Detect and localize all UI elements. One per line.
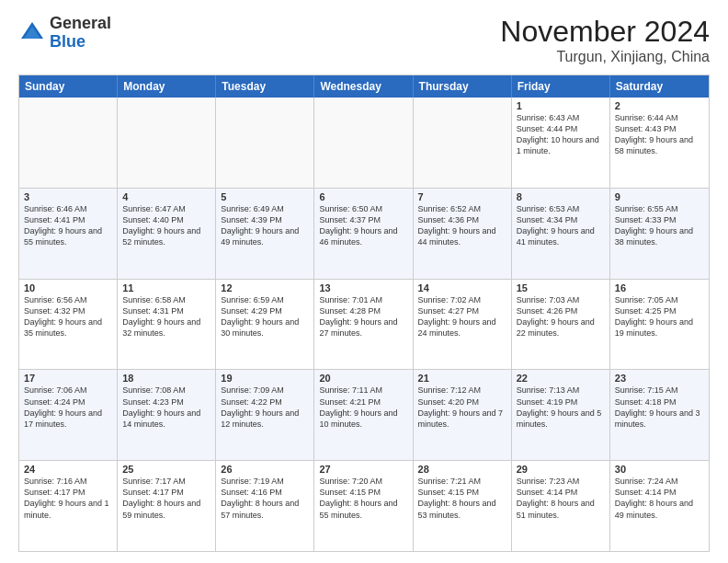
header-wednesday: Wednesday [314,75,413,98]
cal-cell-3-6: 23Sunrise: 7:15 AM Sunset: 4:18 PM Dayli… [610,370,709,460]
cell-info-1-2: Sunrise: 6:49 AM Sunset: 4:39 PM Dayligh… [221,203,309,248]
day-num-3-0: 17 [24,373,112,384]
day-num-1-0: 3 [24,191,112,202]
cal-cell-2-5: 15Sunrise: 7:03 AM Sunset: 4:26 PM Dayli… [512,280,610,370]
cal-row-0: 1Sunrise: 6:43 AM Sunset: 4:44 PM Daylig… [19,98,709,188]
day-num-2-3: 13 [319,282,407,293]
cell-info-4-5: Sunrise: 7:23 AM Sunset: 4:14 PM Dayligh… [517,476,605,521]
cal-cell-0-4 [414,98,512,188]
cell-info-1-5: Sunrise: 6:53 AM Sunset: 4:34 PM Dayligh… [517,203,605,248]
cal-cell-0-5: 1Sunrise: 6:43 AM Sunset: 4:44 PM Daylig… [512,98,610,188]
cell-info-1-1: Sunrise: 6:47 AM Sunset: 4:40 PM Dayligh… [122,203,210,248]
cell-info-0-6: Sunrise: 6:44 AM Sunset: 4:43 PM Dayligh… [615,112,704,157]
cell-info-3-1: Sunrise: 7:08 AM Sunset: 4:23 PM Dayligh… [122,385,210,430]
day-num-1-5: 8 [517,191,605,202]
logo-icon [18,19,46,47]
cal-cell-1-4: 7Sunrise: 6:52 AM Sunset: 4:36 PM Daylig… [414,189,512,279]
cell-info-2-1: Sunrise: 6:58 AM Sunset: 4:31 PM Dayligh… [122,294,210,339]
day-num-4-2: 26 [221,464,309,475]
cal-cell-2-1: 11Sunrise: 6:58 AM Sunset: 4:31 PM Dayli… [118,280,216,370]
cell-info-1-6: Sunrise: 6:55 AM Sunset: 4:33 PM Dayligh… [615,203,704,248]
cal-cell-2-4: 14Sunrise: 7:02 AM Sunset: 4:27 PM Dayli… [414,280,512,370]
day-num-2-2: 12 [221,282,309,293]
cal-cell-1-3: 6Sunrise: 6:50 AM Sunset: 4:37 PM Daylig… [314,189,413,279]
day-num-4-1: 25 [122,464,210,475]
day-num-2-0: 10 [24,282,112,293]
day-num-0-6: 2 [615,100,704,111]
day-num-3-2: 19 [221,373,309,384]
logo-general: General [50,14,111,32]
day-num-2-4: 14 [418,282,506,293]
logo: General Blue [18,15,111,52]
header-friday: Friday [512,75,610,98]
cal-cell-0-3 [314,98,413,188]
cal-cell-1-0: 3Sunrise: 6:46 AM Sunset: 4:41 PM Daylig… [19,189,118,279]
day-num-3-1: 18 [122,373,210,384]
day-num-3-4: 21 [418,373,506,384]
day-num-4-5: 29 [517,464,605,475]
cal-row-3: 17Sunrise: 7:06 AM Sunset: 4:24 PM Dayli… [19,369,709,460]
cell-info-2-5: Sunrise: 7:03 AM Sunset: 4:26 PM Dayligh… [517,294,605,339]
cell-info-3-6: Sunrise: 7:15 AM Sunset: 4:18 PM Dayligh… [615,385,704,430]
cell-info-2-6: Sunrise: 7:05 AM Sunset: 4:25 PM Dayligh… [615,294,704,339]
cal-cell-3-3: 20Sunrise: 7:11 AM Sunset: 4:21 PM Dayli… [314,370,413,460]
day-num-1-2: 5 [221,191,309,202]
cell-info-2-3: Sunrise: 7:01 AM Sunset: 4:28 PM Dayligh… [319,294,407,339]
cal-cell-4-1: 25Sunrise: 7:17 AM Sunset: 4:17 PM Dayli… [118,461,216,551]
cal-cell-4-5: 29Sunrise: 7:23 AM Sunset: 4:14 PM Dayli… [512,461,610,551]
cell-info-4-3: Sunrise: 7:20 AM Sunset: 4:15 PM Dayligh… [319,476,407,521]
cal-cell-2-0: 10Sunrise: 6:56 AM Sunset: 4:32 PM Dayli… [19,280,118,370]
title-block: November 2024 Turgun, Xinjiang, China [500,15,710,65]
day-num-2-6: 16 [615,282,704,293]
cal-cell-1-2: 5Sunrise: 6:49 AM Sunset: 4:39 PM Daylig… [216,189,314,279]
cell-info-3-3: Sunrise: 7:11 AM Sunset: 4:21 PM Dayligh… [319,385,407,430]
day-num-1-4: 7 [418,191,506,202]
cell-info-3-5: Sunrise: 7:13 AM Sunset: 4:19 PM Dayligh… [517,385,605,430]
day-num-3-6: 23 [615,373,704,384]
cell-info-4-4: Sunrise: 7:21 AM Sunset: 4:15 PM Dayligh… [418,476,506,521]
cell-info-4-1: Sunrise: 7:17 AM Sunset: 4:17 PM Dayligh… [122,476,210,521]
cell-info-1-3: Sunrise: 6:50 AM Sunset: 4:37 PM Dayligh… [319,203,407,248]
cal-cell-4-0: 24Sunrise: 7:16 AM Sunset: 4:17 PM Dayli… [19,461,118,551]
cal-cell-3-1: 18Sunrise: 7:08 AM Sunset: 4:23 PM Dayli… [118,370,216,460]
header-tuesday: Tuesday [216,75,314,98]
calendar-body: 1Sunrise: 6:43 AM Sunset: 4:44 PM Daylig… [19,98,709,551]
day-num-3-5: 22 [517,373,605,384]
cal-cell-3-2: 19Sunrise: 7:09 AM Sunset: 4:22 PM Dayli… [216,370,314,460]
cal-cell-2-2: 12Sunrise: 6:59 AM Sunset: 4:29 PM Dayli… [216,280,314,370]
cal-cell-0-1 [118,98,216,188]
cal-cell-2-6: 16Sunrise: 7:05 AM Sunset: 4:25 PM Dayli… [610,280,709,370]
day-num-2-1: 11 [122,282,210,293]
calendar: Sunday Monday Tuesday Wednesday Thursday… [18,75,710,552]
header-sunday: Sunday [19,75,118,98]
cal-cell-3-4: 21Sunrise: 7:12 AM Sunset: 4:20 PM Dayli… [414,370,512,460]
cal-cell-3-0: 17Sunrise: 7:06 AM Sunset: 4:24 PM Dayli… [19,370,118,460]
logo-blue: Blue [50,32,85,51]
location: Turgun, Xinjiang, China [500,49,710,65]
cell-info-3-2: Sunrise: 7:09 AM Sunset: 4:22 PM Dayligh… [221,385,309,430]
cell-info-4-0: Sunrise: 7:16 AM Sunset: 4:17 PM Dayligh… [24,476,112,521]
page: General Blue November 2024 Turgun, Xinji… [0,0,728,563]
header-saturday: Saturday [610,75,709,98]
day-num-0-5: 1 [517,100,605,111]
logo-text: General Blue [50,15,111,52]
cell-info-1-0: Sunrise: 6:46 AM Sunset: 4:41 PM Dayligh… [24,203,112,248]
day-num-2-5: 15 [517,282,605,293]
cal-cell-4-3: 27Sunrise: 7:20 AM Sunset: 4:15 PM Dayli… [314,461,413,551]
cal-row-1: 3Sunrise: 6:46 AM Sunset: 4:41 PM Daylig… [19,188,709,279]
cal-cell-2-3: 13Sunrise: 7:01 AM Sunset: 4:28 PM Dayli… [314,280,413,370]
day-num-4-0: 24 [24,464,112,475]
header-thursday: Thursday [414,75,512,98]
cell-info-2-2: Sunrise: 6:59 AM Sunset: 4:29 PM Dayligh… [221,294,309,339]
calendar-header: Sunday Monday Tuesday Wednesday Thursday… [19,75,709,98]
cell-info-4-2: Sunrise: 7:19 AM Sunset: 4:16 PM Dayligh… [221,476,309,521]
cal-cell-1-6: 9Sunrise: 6:55 AM Sunset: 4:33 PM Daylig… [610,189,709,279]
header: General Blue November 2024 Turgun, Xinji… [18,15,710,65]
day-num-1-3: 6 [319,191,407,202]
day-num-1-1: 4 [122,191,210,202]
day-num-4-3: 27 [319,464,407,475]
day-num-3-3: 20 [319,373,407,384]
cell-info-3-4: Sunrise: 7:12 AM Sunset: 4:20 PM Dayligh… [418,385,506,430]
cell-info-2-4: Sunrise: 7:02 AM Sunset: 4:27 PM Dayligh… [418,294,506,339]
cal-cell-1-5: 8Sunrise: 6:53 AM Sunset: 4:34 PM Daylig… [512,189,610,279]
